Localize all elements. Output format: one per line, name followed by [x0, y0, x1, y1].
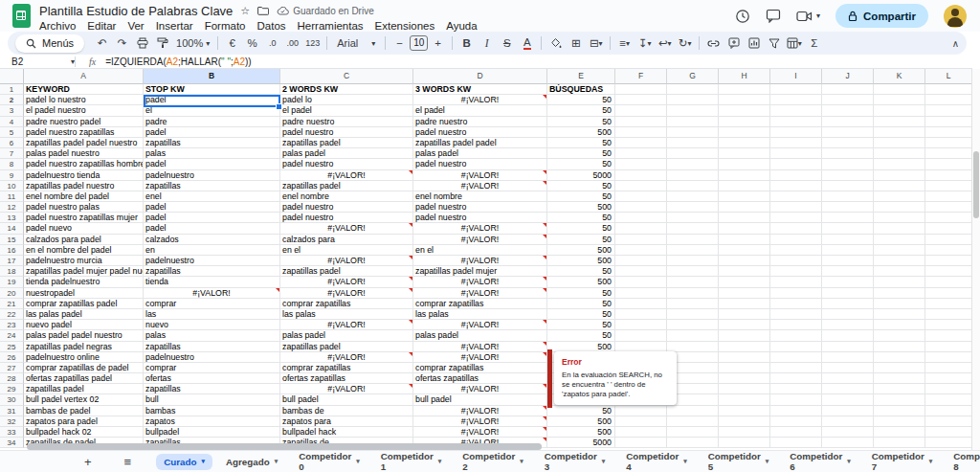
cell-C21[interactable]: comprar zapatillas — [280, 299, 413, 309]
cell-F12[interactable] — [615, 202, 667, 213]
decrease-decimal-button[interactable]: .0 — [262, 34, 282, 53]
increase-decimal-button[interactable]: .00 — [282, 34, 302, 53]
currency-format-button[interactable]: € — [222, 34, 242, 53]
cell-D15[interactable]: #¡VALOR! — [413, 235, 547, 245]
row-header-19[interactable]: 19 — [0, 277, 24, 287]
cell-B16[interactable]: en — [144, 245, 280, 256]
cell-J11[interactable] — [822, 191, 874, 202]
cell-B17[interactable]: padelnuestro — [144, 256, 280, 266]
cell-A10[interactable]: zapatillas padel nuestro — [24, 181, 144, 191]
cell-L12[interactable] — [925, 202, 972, 213]
cell-K29[interactable] — [874, 384, 925, 394]
cell-F25[interactable] — [615, 342, 667, 352]
column-header-H[interactable]: H — [719, 69, 770, 84]
cell-H32[interactable] — [719, 416, 770, 427]
cell-J19[interactable] — [822, 277, 874, 287]
cell-H23[interactable] — [719, 320, 770, 330]
cell-A12[interactable]: padel nuestro palas — [24, 202, 144, 213]
cell-F16[interactable] — [615, 245, 667, 256]
vertical-scrollbar[interactable] — [971, 69, 980, 450]
font-size-input[interactable]: 10 — [410, 35, 428, 51]
cell-E18[interactable]: 50 — [547, 266, 615, 277]
cell-C15[interactable]: calzados para — [280, 235, 413, 245]
cell-L25[interactable] — [925, 342, 972, 352]
cell-C20[interactable]: #¡VALOR! — [280, 288, 413, 299]
cell-C31[interactable]: bambas de — [280, 406, 413, 416]
cell-A22[interactable]: las palas padel — [24, 309, 144, 320]
cell-K11[interactable] — [874, 191, 925, 202]
cell-J23[interactable] — [822, 320, 874, 330]
cell-J27[interactable] — [822, 363, 874, 373]
cell-I29[interactable] — [770, 384, 822, 394]
cell-H4[interactable] — [719, 117, 770, 127]
cell-G16[interactable] — [667, 245, 719, 256]
cell-C4[interactable]: padre nuestro — [280, 117, 413, 127]
cell-I33[interactable] — [770, 427, 822, 438]
row-header-23[interactable]: 23 — [0, 320, 24, 330]
strikethrough-button[interactable]: S — [497, 34, 517, 53]
tab-curado[interactable]: Curado▾ — [156, 454, 212, 470]
cell-E24[interactable]: 50 — [547, 330, 615, 341]
column-header-E[interactable]: E — [547, 69, 615, 84]
chevron-down-icon[interactable]: ▾ — [766, 458, 769, 465]
cell-K16[interactable] — [874, 245, 925, 256]
cell-C33[interactable]: bullpadel hack — [280, 427, 413, 438]
column-header-D[interactable]: D — [413, 69, 547, 84]
paint-format-icon[interactable] — [152, 34, 172, 53]
cell-B13[interactable]: padel — [144, 213, 280, 223]
cell-F3[interactable] — [615, 105, 667, 116]
cell-H20[interactable] — [719, 288, 770, 299]
cell-L30[interactable] — [925, 394, 972, 405]
cell-K28[interactable] — [874, 373, 925, 384]
cell-D22[interactable]: las palas — [413, 309, 547, 320]
cell-B3[interactable]: el — [144, 105, 280, 116]
column-header-G[interactable]: G — [667, 69, 719, 84]
cell-K26[interactable] — [874, 352, 925, 363]
cell-I27[interactable] — [770, 363, 822, 373]
cell-A31[interactable]: bambas de padel — [24, 406, 144, 416]
cell-A29[interactable]: zapatillas padel — [24, 384, 144, 394]
cell-G12[interactable] — [667, 202, 719, 213]
row-header-11[interactable]: 11 — [0, 191, 24, 202]
tab-competidor-5[interactable]: Competidor 5▾ — [701, 448, 777, 472]
column-header-L[interactable]: L — [925, 69, 972, 84]
cell-L21[interactable] — [925, 299, 972, 309]
cell-I9[interactable] — [770, 170, 822, 181]
cell-E12[interactable]: 500 — [547, 202, 615, 213]
cell-F4[interactable] — [615, 117, 667, 127]
star-icon[interactable]: ☆ — [240, 6, 250, 16]
all-sheets-icon[interactable]: ≡ — [124, 456, 132, 468]
cell-J25[interactable] — [822, 342, 874, 352]
cell-D19[interactable]: #¡VALOR! — [413, 277, 547, 287]
cell-K34[interactable] — [874, 438, 925, 448]
cell-K24[interactable] — [874, 330, 925, 341]
tab-competidor-4[interactable]: Competidor 4▾ — [618, 448, 695, 472]
cell-L14[interactable] — [925, 223, 972, 234]
cell-L33[interactable] — [925, 427, 972, 438]
cell-J20[interactable] — [822, 288, 874, 299]
cell-D2[interactable]: #¡VALOR! — [413, 95, 547, 105]
cell-E13[interactable]: 50 — [547, 213, 615, 223]
collapse-toolbar-icon[interactable]: ∧ — [952, 38, 959, 49]
cell-H17[interactable] — [719, 256, 770, 266]
cell-C2[interactable]: padel lo — [280, 95, 413, 105]
cell-L4[interactable] — [925, 117, 972, 127]
cell-L16[interactable] — [925, 245, 972, 256]
cell-L13[interactable] — [925, 213, 972, 223]
cell-K9[interactable] — [874, 170, 925, 181]
cell-K2[interactable] — [874, 95, 925, 105]
row-header-30[interactable]: 30 — [0, 394, 24, 405]
cell-G7[interactable] — [667, 148, 719, 159]
cell-J16[interactable] — [822, 245, 874, 256]
row-header-16[interactable]: 16 — [0, 245, 24, 256]
vertical-align-button[interactable]: ↧▾ — [635, 34, 655, 53]
cell-E11[interactable]: 50 — [547, 191, 615, 202]
functions-button[interactable]: Σ — [804, 34, 824, 53]
cell-D7[interactable]: palas padel — [413, 148, 547, 159]
cell-G20[interactable] — [667, 288, 719, 299]
cell-H19[interactable] — [719, 277, 770, 287]
cell-I23[interactable] — [770, 320, 822, 330]
cell-H15[interactable] — [719, 235, 770, 245]
cell-L19[interactable] — [925, 277, 972, 287]
cell-D17[interactable]: #¡VALOR! — [413, 256, 547, 266]
